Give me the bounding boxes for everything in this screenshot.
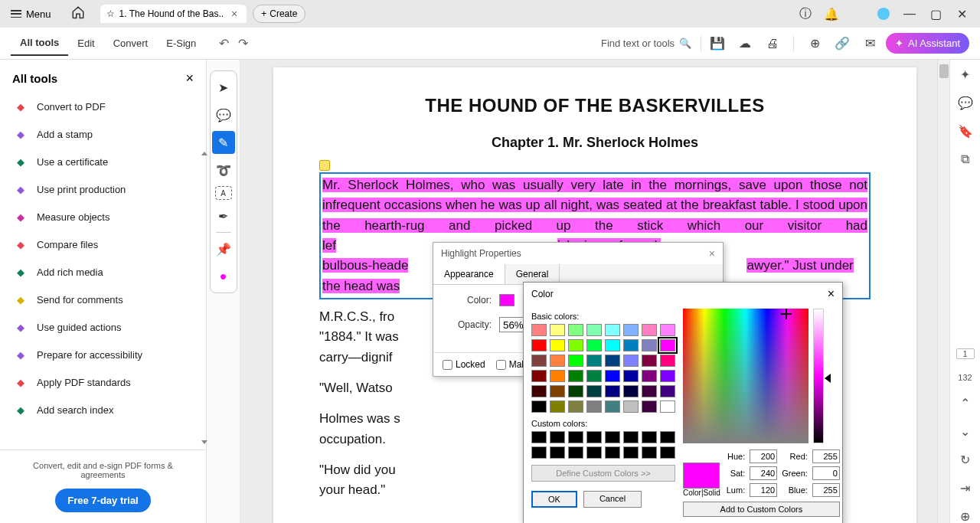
page-down-button[interactable]: ⌄ <box>958 424 973 439</box>
create-button[interactable]: + Create <box>253 5 305 23</box>
color-swatch[interactable] <box>660 385 675 397</box>
sidebar-item[interactable]: ◆Use guided actions <box>5 313 201 341</box>
color-swatch[interactable] <box>623 339 639 351</box>
color-swatch[interactable] <box>642 355 657 367</box>
color-swatch[interactable] <box>531 400 547 413</box>
lum-input[interactable] <box>750 483 777 497</box>
ok-button[interactable]: OK <box>531 491 577 508</box>
color-swatch[interactable] <box>642 385 657 397</box>
sidebar-item[interactable]: ◆Add rich media <box>5 258 201 286</box>
color-swatch[interactable] <box>605 339 620 351</box>
color-swatch[interactable] <box>586 324 602 336</box>
sidebar-item[interactable]: ◆Add search index <box>5 396 201 423</box>
color-swatch[interactable] <box>531 324 547 336</box>
add-to-custom-button[interactable]: Add to Custom Colors <box>683 502 840 517</box>
color-gradient-picker[interactable] <box>683 309 808 443</box>
custom-color-swatch[interactable] <box>623 446 639 459</box>
blue-input[interactable] <box>812 483 840 497</box>
free-trial-button[interactable]: Free 7-day trial <box>55 489 151 512</box>
color-swatch[interactable] <box>586 339 602 351</box>
ai-assistant-button[interactable]: ✦ AI Assistant <box>886 33 969 54</box>
color-swatch[interactable] <box>550 339 565 351</box>
current-page-input[interactable]: 1 <box>956 348 975 359</box>
zoom-in-button[interactable]: ⊕ <box>958 509 973 523</box>
custom-color-swatch[interactable] <box>642 431 657 443</box>
highlight-color-tool[interactable]: ● <box>212 265 235 288</box>
color-swatch[interactable] <box>531 385 547 397</box>
color-swatch[interactable] <box>660 339 675 351</box>
green-input[interactable] <box>812 466 840 480</box>
sign-tool[interactable]: ✒ <box>212 204 235 227</box>
custom-color-swatch[interactable] <box>531 431 547 443</box>
color-swatch[interactable] <box>586 400 602 413</box>
custom-color-swatch[interactable] <box>605 431 620 443</box>
color-swatch[interactable] <box>660 370 675 382</box>
notification-icon[interactable]: 🔔 <box>825 8 838 20</box>
sidebar-item[interactable]: ◆Send for comments <box>5 286 201 313</box>
color-swatch[interactable] <box>531 339 547 351</box>
custom-color-swatch[interactable] <box>660 431 675 443</box>
minimize-button[interactable]: — <box>903 8 916 20</box>
color-swatch[interactable] <box>623 400 639 413</box>
tab-esign[interactable]: E-Sign <box>157 31 205 55</box>
comment-tool[interactable]: 💬 <box>212 103 235 126</box>
cancel-button[interactable]: Cancel <box>583 491 642 508</box>
find-field[interactable]: Find text or tools 🔍 <box>601 38 691 49</box>
color-swatch[interactable] <box>550 385 565 397</box>
color-swatch[interactable] <box>531 370 547 382</box>
color-swatch[interactable] <box>623 355 639 367</box>
panel-icon-pages[interactable]: ⧉ <box>958 152 973 166</box>
draw-tool[interactable]: ➰ <box>212 159 235 181</box>
color-swatch[interactable] <box>605 385 620 397</box>
custom-color-swatch[interactable] <box>623 431 639 443</box>
custom-color-swatch[interactable] <box>568 446 583 459</box>
color-swatch[interactable] <box>550 370 565 382</box>
dialog-close-button[interactable]: × <box>709 247 715 260</box>
email-icon[interactable]: ✉ <box>863 37 877 51</box>
tab-appearance[interactable]: Appearance <box>433 264 505 284</box>
custom-color-swatch[interactable] <box>586 431 602 443</box>
sidebar-close-button[interactable]: × <box>185 70 194 87</box>
tab-all-tools[interactable]: All tools <box>11 31 68 56</box>
custom-color-swatch[interactable] <box>550 446 565 459</box>
note-icon[interactable] <box>319 160 330 171</box>
custom-color-swatch[interactable] <box>568 431 583 443</box>
color-swatch[interactable] <box>568 400 583 413</box>
dialog-titlebar[interactable]: Highlight Properties × <box>433 243 723 264</box>
color-swatch[interactable] <box>605 370 620 382</box>
color-swatch[interactable] <box>623 385 639 397</box>
sidebar-item[interactable]: ◆Prepare for accessibility <box>5 341 201 368</box>
panel-icon-1[interactable]: ✦ <box>958 67 973 82</box>
color-dialog-close-button[interactable]: × <box>828 287 835 301</box>
print-icon[interactable]: 🖨 <box>766 37 779 51</box>
custom-color-swatch[interactable] <box>531 446 547 459</box>
cloud-icon[interactable]: ☁ <box>738 37 752 51</box>
color-swatch[interactable] <box>531 355 547 367</box>
menu-button[interactable]: Menu <box>3 5 59 23</box>
avatar-icon[interactable] <box>877 8 890 20</box>
color-swatch[interactable] <box>660 400 675 413</box>
color-swatch[interactable] <box>586 370 602 382</box>
apps-icon[interactable] <box>851 8 864 20</box>
color-swatch[interactable] <box>623 324 639 336</box>
color-swatch-button[interactable] <box>499 294 514 306</box>
custom-color-swatch[interactable] <box>605 446 620 459</box>
pin-tool[interactable]: 📌 <box>212 237 235 260</box>
color-swatch[interactable] <box>642 339 657 351</box>
sidebar-item[interactable]: ◆Compare files <box>5 230 201 258</box>
tab-edit[interactable]: Edit <box>68 31 103 55</box>
scrollbar-thumb[interactable] <box>939 64 949 78</box>
locked-checkbox[interactable]: Locked <box>443 359 485 370</box>
text-tool[interactable]: A <box>215 186 232 200</box>
color-swatch[interactable] <box>568 370 583 382</box>
sidebar-item[interactable]: ◆Convert to PDF <box>5 93 201 120</box>
color-swatch[interactable] <box>642 324 657 336</box>
luminosity-pointer[interactable] <box>825 374 831 383</box>
rotate-button[interactable]: ↻ <box>958 453 973 467</box>
define-custom-colors-button[interactable]: Define Custom Colors >> <box>531 465 675 482</box>
color-swatch[interactable] <box>586 355 602 367</box>
red-input[interactable] <box>812 449 840 463</box>
color-dialog-titlebar[interactable]: Color × <box>524 283 842 306</box>
color-swatch[interactable] <box>550 324 565 336</box>
home-button[interactable] <box>59 5 97 22</box>
